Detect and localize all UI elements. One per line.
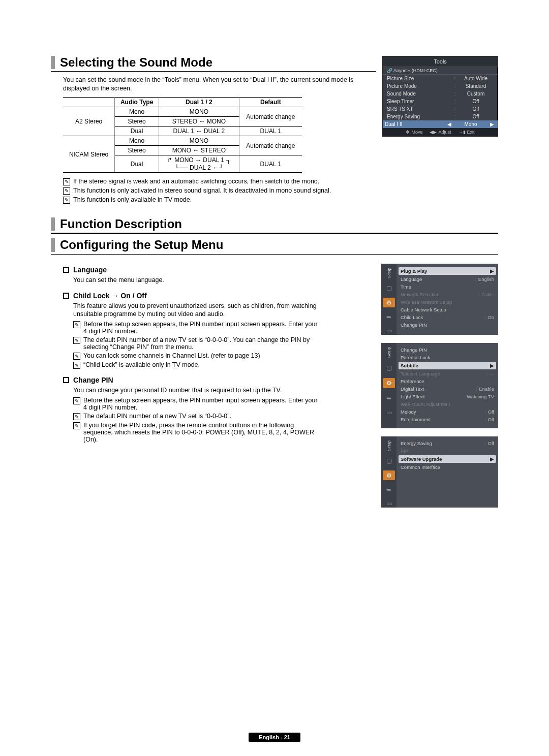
setup-row[interactable]: Software Upgrade▶ (399, 455, 496, 463)
osd-title: Tools (383, 56, 498, 67)
input-tab-icon[interactable]: ➥ (385, 394, 393, 402)
setup-row-value: Watching TV (467, 394, 494, 399)
note-text: Before the setup screen appears, the PIN… (83, 397, 319, 411)
osd-foot-adjust: ◀▶ Adjust (430, 130, 451, 135)
setup-row[interactable]: Common Interface (401, 463, 494, 471)
changepin-notes: ✎Before the setup screen appears, the PI… (73, 397, 319, 443)
left-arrow-icon[interactable]: ◀ (446, 121, 453, 127)
osd-row[interactable]: Picture Mode:Standard (383, 82, 498, 90)
picture-tab-icon[interactable]: ▢ (385, 364, 393, 372)
setup-tab-column: Setup ▢ ⚙ ➥ ▭ (381, 264, 396, 335)
setup-row[interactable]: Parental Lock (401, 354, 494, 361)
setup-row-label: Subtitle (401, 363, 490, 368)
note-icon: ✎ (73, 422, 80, 429)
note-icon: ✎ (63, 178, 70, 185)
setup-row-value: English (478, 276, 494, 282)
heading-config-setup: Configuring the Setup Menu (51, 238, 498, 251)
setup-row[interactable]: Change PIN (401, 346, 494, 354)
setup-row[interactable]: Time (401, 283, 494, 291)
app-tab-icon[interactable]: ▭ (385, 500, 393, 508)
td: MONO ↔ STEREO (159, 146, 239, 155)
picture-tab-icon[interactable]: ▢ (385, 457, 393, 465)
osd-row[interactable]: SRS TS XT:Off (383, 105, 498, 113)
setup-tab-icon[interactable]: ⚙ (383, 378, 395, 388)
note-icon: ✎ (73, 337, 80, 344)
picture-tab-icon[interactable]: ▢ (385, 285, 393, 292)
setup-row[interactable]: Child Lock:On (401, 313, 494, 321)
note-icon: ✎ (73, 353, 80, 360)
osd-row[interactable]: Energy Saving:Off (383, 113, 498, 120)
chevron-right-icon: ▶ (490, 363, 494, 368)
app-tab-icon[interactable]: ▭ (385, 327, 393, 335)
setup-row[interactable]: Language:English (401, 275, 494, 283)
td-nicam-dual-dual: ↱MONO ↔ DUAL 1┐ └──DUAL 2←┘ (159, 155, 239, 173)
setup-row[interactable]: Preference (401, 377, 494, 385)
setup-row-label: Change PIN (401, 322, 494, 328)
osd-anynet: Anynet+ (HDMI-CEC) (393, 68, 438, 73)
note-text: “Child Lock” is available only in TV mod… (83, 361, 200, 368)
setup-row[interactable]: Teletext Language:--- (401, 370, 494, 377)
td: DUAL 1 (239, 127, 302, 136)
app-tab-icon[interactable]: ▭ (385, 408, 393, 417)
right-arrow-icon[interactable]: ▶ (489, 121, 496, 127)
setup-tab-label: Setup (387, 440, 391, 451)
setup-row[interactable]: Wall-Mount Adjustment (401, 400, 494, 408)
td: Automatic change (239, 136, 302, 155)
setup-row[interactable]: Light Effect:Watching TV (401, 393, 494, 400)
osd-hl-value: Mono (453, 121, 489, 127)
note-icon: ✎ (63, 187, 70, 195)
td-nicam-group: NICAM Stereo (63, 136, 115, 173)
setup-row[interactable]: Network Selection:Cable (401, 291, 494, 298)
td: DUAL 1 (239, 155, 302, 173)
osd-row-label: Picture Mode (387, 83, 452, 89)
setup-row-value: On (487, 314, 494, 320)
setup-row-value: Enable (479, 386, 494, 392)
td: Mono (115, 136, 159, 146)
osd-hl-label: Dual I II (385, 121, 446, 127)
osd-row[interactable]: Picture Size:Auto Wide (383, 75, 498, 82)
td-a2-group: A2 Stereo (63, 107, 115, 136)
setup-row-label: Wireless Network Setup (401, 299, 494, 305)
note-text: If the stereo signal is weak and an auto… (73, 178, 319, 185)
setup-row-value: --- (490, 371, 495, 376)
osd-row-label: Energy Saving (387, 114, 452, 119)
setup-row[interactable]: PIP (401, 447, 494, 455)
osd-row-value: Off (458, 114, 494, 119)
osd-row-value: Off (458, 106, 494, 112)
setup-row[interactable]: Melody:Off (401, 408, 494, 416)
setup-row[interactable]: Energy Saving:Off (401, 439, 494, 447)
input-tab-icon[interactable]: ➥ (385, 313, 393, 321)
language-desc: You can set the menu language. (73, 276, 319, 285)
setup-row-label: Wall-Mount Adjustment (401, 401, 494, 407)
osd-highlight-row[interactable]: Dual I II ◀ Mono ▶ (383, 120, 498, 128)
chevron-right-icon: ▶ (490, 456, 494, 462)
input-tab-icon[interactable]: ➥ (385, 486, 393, 494)
setup-row-label: Common Interface (401, 464, 494, 470)
setup-row-value: Off (488, 440, 495, 446)
setup-row-label: Preference (401, 379, 494, 384)
setup-row[interactable]: Cable Network Setup (401, 306, 494, 313)
setup-panel: Setup ▢ ⚙ ➥ ▭ Change PINParental LockSub… (381, 343, 498, 428)
th-default: Default (239, 98, 302, 107)
setup-row[interactable]: Entertainment:Off (401, 416, 494, 423)
tools-osd: Tools 🔗 Anynet+ (HDMI-CEC) Picture Size:… (382, 56, 498, 137)
td-a2-mono-type: Mono (115, 107, 159, 117)
setup-row[interactable]: Plug & Play▶ (399, 267, 496, 275)
setup-row[interactable]: Change PIN (401, 321, 494, 329)
setup-row[interactable]: Digital Text:Enable (401, 385, 494, 393)
setup-tab-icon[interactable]: ⚙ (383, 470, 395, 480)
td: DUAL 1 ↔ DUAL 2 (159, 127, 239, 136)
th-blank (63, 98, 115, 107)
setup-row[interactable]: Subtitle▶ (399, 362, 496, 369)
osd-row-value: Standard (458, 83, 494, 89)
setup-tab-icon[interactable]: ⚙ (383, 298, 395, 307)
osd-row-label: SRS TS XT (387, 106, 452, 112)
setup-row-value: Off (488, 409, 495, 415)
osd-row[interactable]: Sleep Timer:Off (383, 98, 498, 105)
note-text: You can lock some channels in Channel Li… (83, 352, 260, 359)
osd-row[interactable]: Sound Mode:Custom (383, 90, 498, 98)
setup-row-label: Light Effect (401, 394, 462, 399)
note-text: Before the setup screen appears, the PIN… (83, 321, 319, 335)
note-icon: ✎ (63, 197, 70, 204)
setup-row[interactable]: Wireless Network Setup (401, 298, 494, 306)
